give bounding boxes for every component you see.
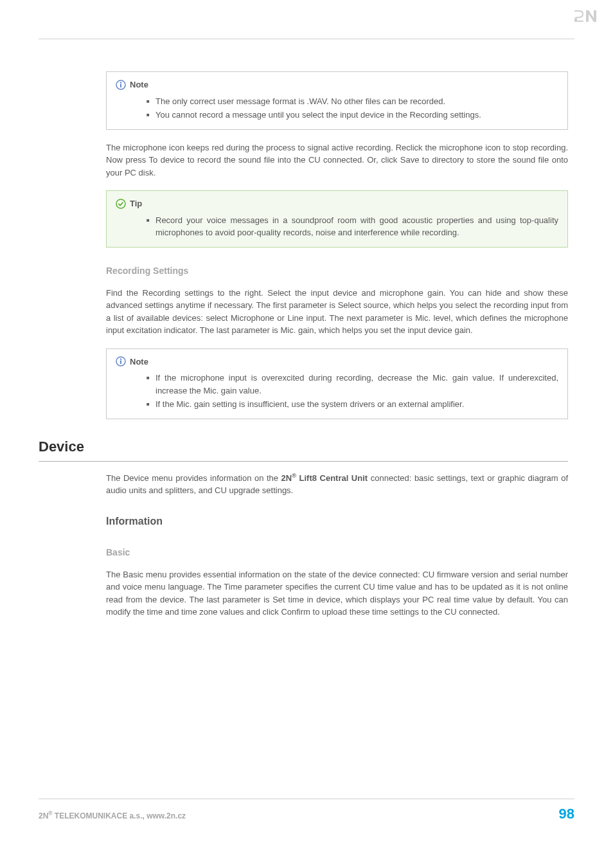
note-item: The only correct user message format is … — [147, 95, 558, 108]
heading-basic: Basic — [106, 546, 568, 559]
note-item: If the microphone input is overexcited d… — [147, 372, 558, 397]
header-divider — [39, 39, 574, 39]
note-item: If the Mic. gain setting is insufficient… — [147, 398, 558, 411]
logo-2n — [571, 8, 599, 30]
tip-item: Record your voice messages in a soundpro… — [147, 214, 558, 239]
info-icon — [116, 356, 126, 366]
footer-divider — [39, 799, 574, 799]
body-paragraph: The microphone icon keeps red during the… — [106, 141, 568, 179]
tip-callout-1: Tip Record your voice messages in a soun… — [106, 190, 568, 248]
info-icon — [116, 80, 126, 90]
heading-recording-settings: Recording Settings — [106, 264, 568, 278]
tip-title: Tip — [130, 197, 142, 210]
para3-bold: 2N® Lift8 Central Unit — [281, 473, 368, 483]
para3-pre: The Device menu provides information on … — [106, 473, 281, 483]
svg-point-2 — [120, 82, 121, 83]
footer-company: 2N® TELEKOMUNIKACE a.s., www.2n.cz — [39, 809, 186, 822]
footer-page-number: 98 — [559, 803, 574, 824]
svg-rect-3 — [120, 84, 121, 87]
note-title: Note — [130, 78, 148, 91]
body-paragraph: The Basic menu provides essential inform… — [106, 568, 568, 619]
svg-point-4 — [116, 199, 125, 208]
svg-rect-7 — [120, 361, 121, 365]
body-paragraph: Find the Recording settings to the right… — [106, 287, 568, 337]
heading-rule — [39, 461, 568, 462]
svg-point-6 — [120, 359, 121, 360]
note-callout-2: Note If the microphone input is overexci… — [106, 348, 568, 419]
heading-information: Information — [106, 514, 568, 529]
note-title: Note — [130, 356, 148, 368]
note-item: You cannot record a message until you se… — [147, 109, 558, 122]
tip-check-icon — [116, 199, 126, 209]
page-footer: 2N® TELEKOMUNIKACE a.s., www.2n.cz 98 — [39, 799, 574, 824]
body-paragraph: The Device menu provides information on … — [106, 472, 568, 497]
heading-device: Device — [39, 436, 568, 457]
note-callout-1: Note The only correct user message forma… — [106, 71, 568, 130]
